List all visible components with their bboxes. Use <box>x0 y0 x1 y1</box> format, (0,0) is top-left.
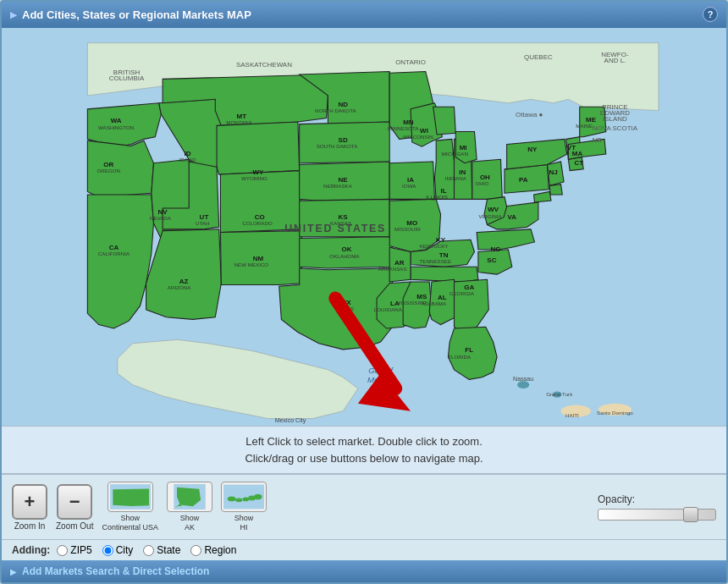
zoom-out-button[interactable]: − <box>57 484 92 520</box>
radio-group: ZIP5 City State Region <box>57 544 236 556</box>
ak-icon <box>167 482 212 512</box>
ak-label: ShowAK <box>180 514 200 532</box>
svg-point-15 <box>228 497 236 502</box>
header-bar: ▶ Add Cities, States or Regional Markets… <box>2 2 726 28</box>
radio-state-input[interactable] <box>143 545 154 556</box>
radio-region[interactable]: Region <box>190 544 236 556</box>
svg-point-17 <box>243 498 250 502</box>
continental-label: ShowContinental USA <box>102 514 158 532</box>
radio-zip5[interactable]: ZIP5 <box>57 544 91 556</box>
radio-zip5-input[interactable] <box>57 545 68 556</box>
instruction-line1: Left Click to select market. Double clic… <box>19 433 709 450</box>
svg-point-19 <box>254 494 262 500</box>
opacity-thumb[interactable] <box>683 507 698 522</box>
help-button[interactable]: ? <box>703 7 718 22</box>
opacity-label: Opacity: <box>598 493 716 505</box>
hi-icon <box>221 482 267 512</box>
show-ak-button[interactable]: ShowAK <box>167 482 212 532</box>
header-left: ▶ Add Cities, States or Regional Markets… <box>10 8 251 21</box>
zoom-in-button[interactable]: + <box>12 484 47 520</box>
zoom-in-wrapper: + Zoom In <box>12 484 47 531</box>
adding-bar: Adding: ZIP5 City State Region <box>2 539 726 560</box>
adding-label: Adding: <box>12 544 50 556</box>
map-svg[interactable]: BRITISH COLUMBIA SASKATCHEWAN ONTARIO QU… <box>2 28 726 426</box>
nassau-label: Nassau <box>513 376 533 383</box>
radio-city-label: City <box>116 544 134 556</box>
radio-city[interactable]: City <box>102 544 134 556</box>
radio-city-input[interactable] <box>102 545 113 556</box>
opacity-slider[interactable] <box>598 509 716 521</box>
instruction-bar: Left Click to select market. Double clic… <box>2 426 726 474</box>
grand-turk-label: Grand Turk <box>546 391 573 397</box>
header-arrow-icon: ▶ <box>10 10 17 19</box>
radio-region-label: Region <box>204 544 236 556</box>
zoom-in-label: Zoom In <box>14 521 46 531</box>
opacity-section: Opacity: <box>598 493 716 521</box>
bottom-bar[interactable]: ▶ Add Markets Search & Direct Selection <box>2 560 726 582</box>
radio-zip5-label: ZIP5 <box>70 544 91 556</box>
header-title: Add Cities, States or Regional Markets M… <box>22 8 251 21</box>
zoom-out-wrapper: − Zoom Out <box>56 484 93 531</box>
instruction-line2: Click/drag or use buttons below to navig… <box>19 450 709 467</box>
continental-icon <box>108 482 153 512</box>
svg-point-16 <box>235 499 243 503</box>
zoom-out-label: Zoom Out <box>56 521 93 531</box>
show-hi-button[interactable]: ShowHI <box>221 482 267 532</box>
main-container: ▶ Add Cities, States or Regional Markets… <box>0 0 728 584</box>
bottom-bar-text[interactable]: Add Markets Search & Direct Selection <box>22 565 209 577</box>
controls-bar: + Zoom In − Zoom Out ShowContinental USA <box>2 474 726 539</box>
hi-label: ShowHI <box>234 514 254 532</box>
show-continental-button[interactable]: ShowContinental USA <box>102 482 158 532</box>
radio-state-label: State <box>157 544 180 556</box>
bottom-arrow-icon: ▶ <box>10 567 17 576</box>
map-container[interactable]: BRITISH COLUMBIA SASKATCHEWAN ONTARIO QU… <box>2 28 726 426</box>
mexico-city-label: Mexico City <box>275 417 306 424</box>
santo-domingo-label: Santo Domingo <box>597 410 633 416</box>
haiti-label: HAITI <box>565 412 579 418</box>
radio-region-input[interactable] <box>190 545 201 556</box>
radio-state[interactable]: State <box>143 544 180 556</box>
